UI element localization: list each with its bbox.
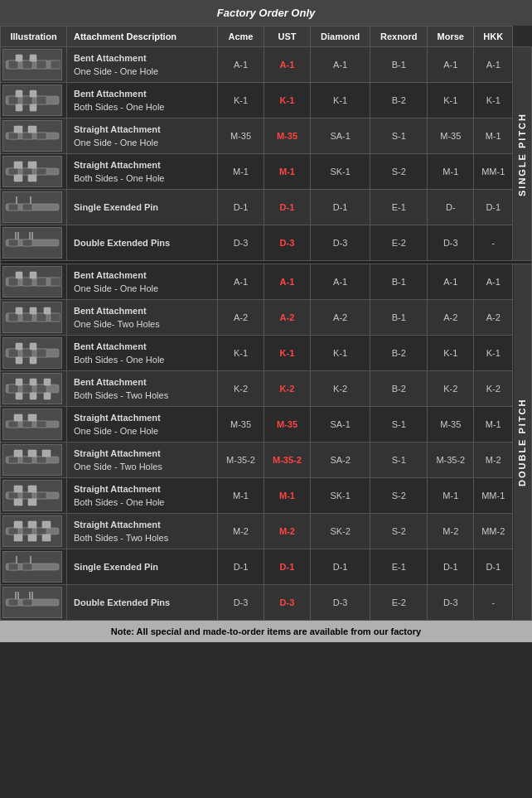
morse-cell: D-1 xyxy=(428,549,474,585)
rexnord-cell: S-2 xyxy=(370,514,428,549)
description-cell: Double Extended Pins xyxy=(67,585,218,621)
illustration-cell xyxy=(1,443,67,478)
svg-rect-47 xyxy=(30,272,36,278)
svg-rect-3 xyxy=(36,60,46,69)
acme-cell: D-3 xyxy=(218,225,264,261)
illustration-cell xyxy=(1,407,67,443)
svg-rect-5 xyxy=(16,55,22,61)
svg-rect-100 xyxy=(28,521,36,528)
rexnord-cell: B-2 xyxy=(370,371,428,407)
diamond-cell: SA-1 xyxy=(310,407,370,443)
svg-rect-50 xyxy=(22,313,32,322)
hkk-cell: K-1 xyxy=(474,83,513,118)
hkk-cell: - xyxy=(474,585,513,621)
section-label-0: SINGLE PITCH xyxy=(513,47,532,261)
diamond-cell: SA-2 xyxy=(310,443,370,478)
svg-rect-54 xyxy=(30,307,36,314)
diamond-cell: K-1 xyxy=(310,336,370,371)
hkk-cell: K-1 xyxy=(474,336,513,371)
svg-rect-107 xyxy=(22,563,32,570)
note-bar: Note: All special and made-to-order item… xyxy=(0,621,532,642)
svg-rect-30 xyxy=(8,204,18,210)
description-cell: Bent AttachmentOne Side - One Hole xyxy=(67,264,218,300)
ust-cell: D-3 xyxy=(264,585,310,621)
rexnord-cell: S-2 xyxy=(370,154,428,190)
svg-rect-1 xyxy=(8,60,18,69)
ust-cell: A-1 xyxy=(264,264,310,300)
ust-cell: M-35-2 xyxy=(264,443,310,478)
svg-rect-72 xyxy=(44,379,51,385)
diamond-cell: D-1 xyxy=(310,190,370,225)
diamond-cell: D-3 xyxy=(310,225,370,261)
acme-cell: K-1 xyxy=(218,336,264,371)
svg-rect-96 xyxy=(8,528,18,534)
header-title: Factory Order Only xyxy=(217,7,315,19)
table-row: Straight AttachmentBoth Sides - Two Hole… xyxy=(1,514,532,549)
rexnord-cell: S-1 xyxy=(370,118,428,154)
morse-cell: D- xyxy=(428,190,474,225)
svg-rect-75 xyxy=(8,421,18,428)
svg-rect-60 xyxy=(16,343,22,350)
section-label-1: DOUBLE PITCH xyxy=(513,264,532,621)
svg-rect-82 xyxy=(22,457,32,463)
diamond-cell: A-1 xyxy=(310,47,370,83)
rexnord-cell: S-2 xyxy=(370,478,428,514)
rexnord-cell: B-2 xyxy=(370,336,428,371)
morse-cell: K-1 xyxy=(428,336,474,371)
description-cell: Straight AttachmentBoth Sides - Two Hole… xyxy=(67,514,218,549)
morse-cell: K-1 xyxy=(428,83,474,118)
acme-cell: D-1 xyxy=(218,190,264,225)
svg-rect-104 xyxy=(42,534,51,541)
note-text: Note: All special and made-to-order item… xyxy=(111,626,421,636)
diamond-cell: SA-1 xyxy=(310,118,370,154)
rexnord-cell: E-2 xyxy=(370,585,428,621)
acme-cell: A-1 xyxy=(218,264,264,300)
svg-rect-46 xyxy=(16,272,22,278)
ust-cell: M-1 xyxy=(264,478,310,514)
svg-rect-59 xyxy=(36,349,46,357)
illustration-cell xyxy=(1,371,67,407)
acme-cell: M-1 xyxy=(218,154,264,190)
morse-cell: A-1 xyxy=(428,264,474,300)
svg-rect-57 xyxy=(8,349,18,357)
page-wrapper: Factory Order Only Illustration Attachme… xyxy=(0,0,532,642)
morse-cell: M-1 xyxy=(428,154,474,190)
page-header: Factory Order Only xyxy=(0,0,532,26)
svg-rect-12 xyxy=(30,90,36,97)
svg-rect-112 xyxy=(22,599,32,606)
col-hkk: HKK xyxy=(474,27,513,47)
morse-cell: M-1 xyxy=(428,478,474,514)
table-row: Straight AttachmentOne Side - Two HolesM… xyxy=(1,443,532,478)
illustration-cell xyxy=(1,190,67,225)
description-cell: Bent AttachmentBoth Sides - Two Holes xyxy=(67,371,218,407)
svg-rect-103 xyxy=(42,521,51,528)
morse-cell: M-35 xyxy=(428,407,474,443)
svg-rect-101 xyxy=(14,534,22,541)
illustration-cell xyxy=(1,154,67,190)
acme-cell: K-2 xyxy=(218,371,264,407)
svg-rect-42 xyxy=(8,278,18,286)
diamond-cell: A-2 xyxy=(310,300,370,336)
description-cell: Straight AttachmentOne Side - Two Holes xyxy=(67,443,218,478)
hkk-cell: D-1 xyxy=(474,549,513,585)
ust-cell: M-1 xyxy=(264,154,310,190)
svg-rect-25 xyxy=(14,162,22,168)
rexnord-cell: B-1 xyxy=(370,300,428,336)
svg-rect-91 xyxy=(14,486,22,492)
svg-rect-45 xyxy=(51,278,60,286)
acme-cell: K-1 xyxy=(218,83,264,118)
svg-rect-62 xyxy=(16,357,22,364)
svg-rect-73 xyxy=(44,393,51,399)
hkk-cell: D-1 xyxy=(474,190,513,225)
acme-cell: M-35-2 xyxy=(218,443,264,478)
svg-rect-31 xyxy=(22,204,32,210)
morse-cell: D-3 xyxy=(428,225,474,261)
hkk-cell: - xyxy=(474,225,513,261)
illustration-cell xyxy=(1,514,67,549)
svg-rect-6 xyxy=(30,55,36,61)
svg-rect-88 xyxy=(8,492,18,499)
svg-rect-36 xyxy=(22,239,32,246)
col-diamond: Diamond xyxy=(310,27,370,47)
svg-rect-93 xyxy=(14,499,22,505)
hkk-cell: A-1 xyxy=(474,47,513,83)
